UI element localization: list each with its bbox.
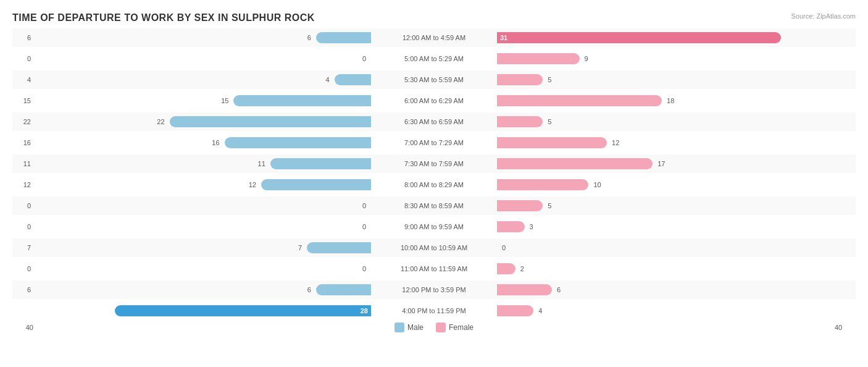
male-bar xyxy=(316,284,371,295)
bars-center: 0 5:00 AM to 5:29 AM 9 xyxy=(37,49,831,68)
male-bar xyxy=(225,137,371,148)
chart-row: 0 0 11:00 AM to 11:59 AM 2 xyxy=(12,259,856,278)
female-value-outside: 6 xyxy=(554,286,563,293)
bars-center: 12 8:00 AM to 8:29 AM 10 xyxy=(37,175,831,194)
male-bar: 28 xyxy=(115,305,371,316)
male-bar xyxy=(170,116,371,127)
left-value: 0 xyxy=(12,223,37,230)
female-bar-wrap: 0 xyxy=(496,242,831,254)
female-bar-wrap: 3 xyxy=(496,221,831,233)
right-value xyxy=(831,286,856,293)
male-bar-wrap: 6 xyxy=(37,32,372,44)
chart-row: 16 16 7:00 AM to 7:29 AM 12 xyxy=(12,133,856,152)
right-value xyxy=(831,139,856,146)
bars-center: 16 7:00 AM to 7:29 AM 12 xyxy=(37,133,831,152)
right-value xyxy=(831,223,856,230)
male-bar-wrap: 12 xyxy=(37,179,372,191)
chart-title: TIME OF DEPARTURE TO WORK BY SEX IN SULP… xyxy=(12,12,856,23)
bars-center: 15 6:00 AM to 6:29 AM 18 xyxy=(37,91,831,110)
time-label: 7:00 AM to 7:29 AM xyxy=(372,139,496,146)
time-label: 5:30 AM to 5:59 AM xyxy=(372,76,496,83)
left-value: 6 xyxy=(12,286,37,293)
bars-center: 22 6:30 AM to 6:59 AM 5 xyxy=(37,112,831,131)
male-value: 7 xyxy=(25,244,33,251)
time-label: 11:00 AM to 11:59 AM xyxy=(372,265,496,272)
left-value: 0 xyxy=(12,55,37,62)
female-bar-wrap: 5 xyxy=(496,74,831,86)
male-value-outside: 12 xyxy=(246,181,259,188)
left-value: 22 xyxy=(12,118,37,125)
female-value-outside: 5 xyxy=(545,76,554,83)
right-value xyxy=(831,34,856,41)
male-value: 11 xyxy=(21,160,33,167)
male-bar-wrap: 28 xyxy=(37,305,372,317)
male-bar xyxy=(316,32,371,43)
male-value-outside: 0 xyxy=(360,223,369,230)
male-bar xyxy=(261,179,371,190)
right-value xyxy=(831,202,856,209)
female-bar-wrap: 4 xyxy=(496,305,831,317)
bars-center: 11 7:30 AM to 7:59 AM 17 xyxy=(37,154,831,173)
right-value xyxy=(831,160,856,167)
left-value: 15 xyxy=(12,97,37,104)
female-value-outside: 3 xyxy=(527,223,536,230)
female-value-outside: 9 xyxy=(582,55,591,62)
left-value: 4 xyxy=(12,76,37,83)
male-value-outside: 11 xyxy=(256,160,268,167)
female-value-outside: 5 xyxy=(545,118,554,125)
right-value xyxy=(831,55,856,62)
female-bar-wrap: 5 xyxy=(496,116,831,128)
female-bar xyxy=(497,263,515,274)
female-swatch xyxy=(436,323,446,332)
male-value: 6 xyxy=(25,34,33,41)
male-value: 0 xyxy=(25,55,33,62)
female-bar xyxy=(497,158,653,169)
female-bar xyxy=(497,137,607,148)
left-value xyxy=(12,307,37,314)
female-value-outside: 0 xyxy=(499,244,508,251)
female-value-outside: 10 xyxy=(591,181,603,188)
male-value: 22 xyxy=(21,118,33,125)
left-value: 16 xyxy=(12,139,37,146)
male-value: 12 xyxy=(21,181,33,188)
time-label: 8:00 AM to 8:29 AM xyxy=(372,181,496,188)
chart-row: 22 22 6:30 AM to 6:59 AM 5 xyxy=(12,112,856,131)
time-label: 10:00 AM to 10:59 AM xyxy=(372,244,496,251)
male-swatch xyxy=(394,323,404,332)
male-value-outside: 6 xyxy=(305,34,314,41)
axis-row: 40 Male Female 40 xyxy=(12,323,856,332)
chart-row: 0 0 8:30 AM to 8:59 AM 5 xyxy=(12,196,856,215)
chart-row: 28 4:00 PM to 11:59 PM 4 xyxy=(12,302,856,320)
male-value-outside: 7 xyxy=(296,244,304,251)
left-value: 0 xyxy=(12,202,37,209)
female-bar-wrap: 5 xyxy=(496,200,831,212)
time-label: 7:30 AM to 7:59 AM xyxy=(372,160,496,167)
female-bar-wrap: 31 xyxy=(496,32,831,44)
right-value xyxy=(831,118,856,125)
right-value xyxy=(831,307,856,314)
male-bar-wrap: 0 xyxy=(37,263,372,275)
male-value-outside: 0 xyxy=(360,55,369,62)
male-bar-wrap: 15 xyxy=(37,95,372,107)
right-value xyxy=(831,244,856,251)
female-bar-wrap: 2 xyxy=(496,263,831,275)
male-bar-wrap: 0 xyxy=(37,200,372,212)
axis-right-label: 40 xyxy=(831,324,856,331)
axis-left-label: 40 xyxy=(12,324,37,331)
female-bar-wrap: 9 xyxy=(496,53,831,65)
bars-center: 6 12:00 AM to 4:59 AM 31 xyxy=(37,28,831,47)
male-value: 4 xyxy=(25,76,33,83)
time-label: 12:00 PM to 3:59 PM xyxy=(372,286,496,293)
right-value xyxy=(831,97,856,104)
chart-container: TIME OF DEPARTURE TO WORK BY SEX IN SULP… xyxy=(0,0,868,367)
left-value: 6 xyxy=(12,34,37,41)
chart-row: 6 6 12:00 AM to 4:59 AM 31 xyxy=(12,28,856,47)
male-value: 6 xyxy=(25,286,33,293)
female-value-outside: 4 xyxy=(536,307,545,314)
male-bar xyxy=(307,242,371,253)
male-label: Male xyxy=(407,323,424,332)
bars-center: 0 8:30 AM to 8:59 AM 5 xyxy=(37,196,831,215)
male-value-outside: 15 xyxy=(219,97,231,104)
female-bar xyxy=(497,221,525,232)
female-bar xyxy=(497,74,543,85)
